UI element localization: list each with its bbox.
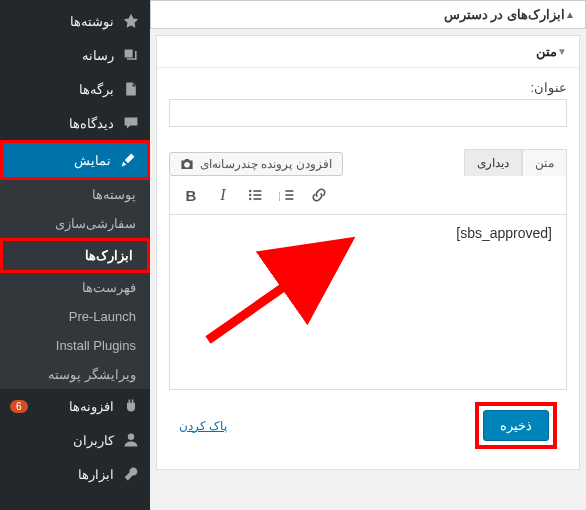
svg-rect-4 [253, 194, 261, 196]
italic-button[interactable]: I [212, 184, 234, 206]
camera-icon [180, 157, 194, 171]
submenu-customize[interactable]: سفارشی‌سازی [0, 209, 150, 238]
menu-posts-label: نوشته‌ها [10, 14, 114, 29]
menu-comments-label: دیدگاه‌ها [10, 116, 114, 131]
menu-tools[interactable]: ابزارها [0, 457, 150, 491]
menu-appearance[interactable]: نمایش [0, 140, 150, 180]
numbered-list-button[interactable]: 123 [276, 184, 298, 206]
content-editor[interactable]: [sbs_approved] [169, 215, 567, 390]
available-widgets-title: ابزارک‌های در دسترس [161, 7, 565, 22]
brush-icon [119, 151, 137, 169]
svg-rect-6 [253, 198, 261, 200]
submenu-install-plugins[interactable]: Install Plugins [0, 331, 150, 360]
available-widgets-header[interactable]: ▲ ابزارک‌های در دسترس [150, 0, 586, 29]
media-icon [122, 46, 140, 64]
svg-rect-10 [285, 194, 293, 196]
menu-pages[interactable]: برگه‌ها [0, 72, 150, 106]
user-icon [122, 431, 140, 449]
page-icon [122, 80, 140, 98]
widget-footer: ذخیره پاک کردن [169, 390, 567, 457]
collapse-icon: ▼ [557, 46, 567, 57]
tab-visual[interactable]: دیداری [464, 149, 522, 176]
wrench-icon [122, 465, 140, 483]
svg-rect-8 [285, 190, 293, 192]
submenu-widgets[interactable]: ابزارک‌ها [0, 238, 150, 273]
menu-plugins[interactable]: افزونه‌ها 6 [0, 389, 150, 423]
text-widget: ▼ متن عنوان: متن دیداری افزودن پرونده چن… [156, 35, 580, 470]
admin-sidebar: نوشته‌ها رسانه برگه‌ها دیدگاه‌ها نمایش پ… [0, 0, 150, 510]
svg-point-0 [128, 434, 134, 440]
submenu-menus[interactable]: فهرست‌ها [0, 273, 150, 302]
menu-media-label: رسانه [10, 48, 114, 63]
save-highlight: ذخیره [475, 402, 557, 449]
editor-toolbar: B I 123 [169, 176, 567, 215]
menu-media[interactable]: رسانه [0, 38, 150, 72]
svg-point-5 [249, 198, 251, 200]
plugins-update-badge: 6 [10, 400, 28, 413]
menu-users[interactable]: کاربران [0, 423, 150, 457]
svg-rect-12 [285, 198, 293, 200]
tab-text[interactable]: متن [522, 149, 567, 176]
menu-tools-label: ابزارها [10, 467, 114, 482]
submenu-prelaunch[interactable]: Pre-Launch [0, 302, 150, 331]
add-media-label: افزودن پرونده چندرسانه‌ای [200, 157, 332, 171]
svg-point-3 [249, 194, 251, 196]
bold-button[interactable]: B [180, 184, 202, 206]
menu-plugins-label: افزونه‌ها [32, 399, 114, 414]
menu-comments[interactable]: دیدگاه‌ها [0, 106, 150, 140]
collapse-icon: ▲ [565, 9, 575, 20]
menu-posts[interactable]: نوشته‌ها [0, 4, 150, 38]
text-widget-title: متن [169, 44, 557, 59]
save-button[interactable]: ذخیره [483, 410, 549, 441]
title-field-label: عنوان: [169, 80, 567, 95]
plug-icon [122, 397, 140, 415]
menu-users-label: کاربران [10, 433, 114, 448]
editor-text: [sbs_approved] [456, 225, 552, 241]
editor-tabs: متن دیداری [464, 149, 567, 176]
add-media-button[interactable]: افزودن پرونده چندرسانه‌ای [169, 152, 343, 176]
svg-point-1 [249, 190, 251, 192]
text-widget-header[interactable]: ▼ متن [157, 36, 579, 68]
delete-link[interactable]: پاک کردن [179, 419, 227, 433]
pin-icon [122, 12, 140, 30]
bullet-list-button[interactable] [244, 184, 266, 206]
appearance-submenu: پوسته‌ها سفارشی‌سازی ابزارک‌ها فهرست‌ها … [0, 180, 150, 389]
text-widget-body: عنوان: متن دیداری افزودن پرونده چندرسانه… [157, 68, 579, 469]
submenu-themes[interactable]: پوسته‌ها [0, 180, 150, 209]
svg-rect-2 [253, 190, 261, 192]
menu-pages-label: برگه‌ها [10, 82, 114, 97]
menu-appearance-label: نمایش [13, 153, 111, 168]
widget-title-input[interactable] [169, 99, 567, 127]
widgets-content: ▲ ابزارک‌های در دسترس ▼ متن عنوان: متن د… [150, 0, 586, 510]
svg-text:3: 3 [279, 197, 280, 202]
comment-icon [122, 114, 140, 132]
submenu-theme-editor[interactable]: ویرایشگر پوسته [0, 360, 150, 389]
link-button[interactable] [308, 184, 330, 206]
